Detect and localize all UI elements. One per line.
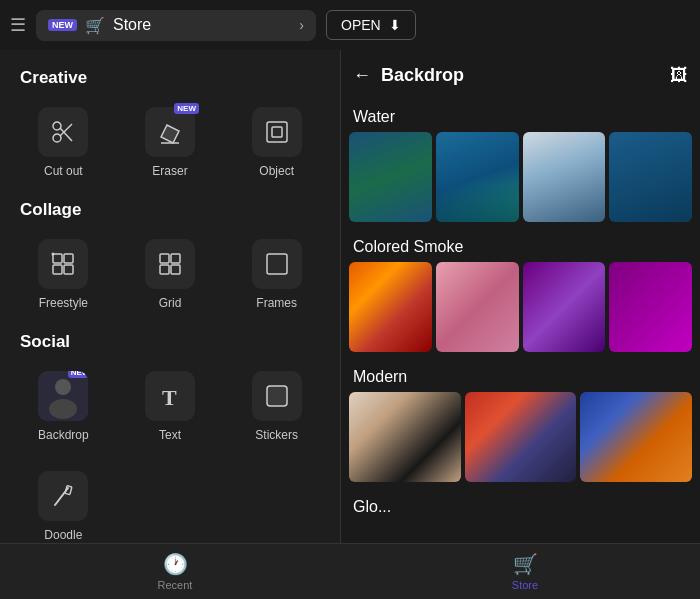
svg-rect-24 [65,486,72,495]
nav-recent[interactable]: 🕐 Recent [0,544,350,599]
doodle-icon-box [38,471,88,521]
store-cart-icon: 🛒 [85,16,105,35]
object-icon-box [252,107,302,157]
svg-rect-14 [171,254,180,263]
eraser-new-badge: NEW [174,103,199,114]
water-thumb-2[interactable] [436,132,519,222]
social-tools: NEW Backdrop T Text [0,356,340,456]
collage-tools: Freestyle Grid [0,224,340,324]
svg-rect-7 [272,127,282,137]
nav-store[interactable]: 🛒 Store [350,544,700,599]
grid-icon-box [145,239,195,289]
tool-object[interactable]: Object [223,96,330,188]
tool-cutout[interactable]: Cut out [10,96,117,188]
svg-point-20 [49,399,77,419]
tool-freestyle[interactable]: Freestyle [10,228,117,320]
backdrop-label: Backdrop [38,428,89,442]
svg-point-12 [52,253,55,256]
doodle-label: Doodle [44,528,82,542]
eraser-icon [157,119,183,145]
backdrop-people-icon [38,371,88,421]
open-icon: ⬇ [389,17,401,33]
stickers-icon-box [252,371,302,421]
stickers-icon [264,383,290,409]
menu-icon[interactable]: ☰ [10,14,26,36]
frames-label: Frames [256,296,297,310]
image-picker-icon[interactable]: 🖼 [670,65,688,86]
freestyle-icon-box [38,239,88,289]
eraser-label: Eraser [152,164,187,178]
store-label: Store [113,16,151,34]
section-title-social: Social [0,324,340,356]
tool-eraser[interactable]: NEW Eraser [117,96,224,188]
modern-thumb-row [349,392,692,482]
left-panel: Creative Cut out [0,50,340,543]
right-panel: ← Backdrop 🖼 Water Colored Smoke M [341,50,700,543]
svg-rect-17 [267,254,287,274]
right-header: ← Backdrop 🖼 [341,50,700,100]
svg-rect-11 [64,265,73,274]
modern-thumb-2[interactable] [465,392,577,482]
store-button[interactable]: NEW 🛒 Store › [36,10,316,41]
right-panel-title: Backdrop [381,65,464,86]
svg-text:T: T [162,385,177,409]
modern-thumb-1[interactable] [349,392,461,482]
text-icon: T [157,383,183,409]
back-button[interactable]: ← [353,65,371,86]
new-badge: NEW [48,19,77,31]
svg-rect-22 [267,386,287,406]
category-colored-smoke: Colored Smoke [349,230,692,262]
water-thumb-4[interactable] [609,132,692,222]
frames-icon [264,251,290,277]
text-icon-box: T [145,371,195,421]
text-label: Text [159,428,181,442]
bottom-nav: 🕐 Recent 🛒 Store [0,543,700,599]
category-water: Water [349,100,692,132]
smoke-thumb-4[interactable] [609,262,692,352]
object-icon [264,119,290,145]
tool-stickers[interactable]: Stickers [223,360,330,452]
frames-icon-box [252,239,302,289]
smoke-thumb-row [349,262,692,352]
smoke-thumb-1[interactable] [349,262,432,352]
eraser-icon-box: NEW [145,107,195,157]
tool-doodle[interactable]: Doodle [10,460,117,543]
top-bar: ☰ NEW 🛒 Store › OPEN ⬇ [0,0,700,50]
main-area: Creative Cut out [0,50,700,543]
svg-rect-13 [160,254,169,263]
svg-rect-6 [267,122,287,142]
svg-rect-10 [53,265,62,274]
tool-text[interactable]: T Text [117,360,224,452]
water-thumb-1[interactable] [349,132,432,222]
backdrop-new-badge: NEW [68,371,89,378]
freestyle-icon [50,251,76,277]
right-content: Water Colored Smoke Modern [341,100,700,543]
open-button[interactable]: OPEN ⬇ [326,10,416,40]
tool-backdrop[interactable]: NEW Backdrop [10,360,117,452]
cutout-label: Cut out [44,164,83,178]
store-nav-label: Store [512,579,538,591]
svg-rect-9 [64,254,73,263]
tool-frames[interactable]: Frames [223,228,330,320]
grid-label: Grid [159,296,182,310]
water-thumb-row [349,132,692,222]
category-glo: Glo... [349,490,692,522]
store-arrow-icon: › [299,17,304,33]
svg-rect-15 [160,265,169,274]
modern-thumb-3[interactable] [580,392,692,482]
doodle-tools: Doodle [0,456,340,543]
svg-point-19 [55,379,71,395]
smoke-thumb-3[interactable] [523,262,606,352]
section-title-creative: Creative [0,60,340,92]
freestyle-label: Freestyle [39,296,88,310]
grid-icon [157,251,183,277]
recent-label: Recent [158,579,193,591]
section-title-collage: Collage [0,192,340,224]
svg-marker-4 [161,125,179,143]
tool-grid[interactable]: Grid [117,228,224,320]
water-thumb-3[interactable] [523,132,606,222]
smoke-thumb-2[interactable] [436,262,519,352]
stickers-label: Stickers [255,428,298,442]
category-modern: Modern [349,360,692,392]
cutout-icon-box [38,107,88,157]
